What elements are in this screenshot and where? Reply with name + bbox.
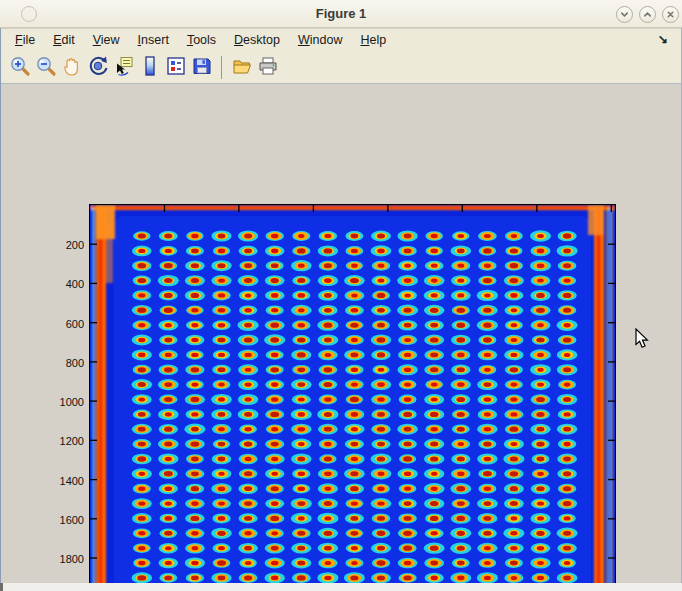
minimize-button[interactable]	[616, 6, 633, 23]
data-cursor-icon	[113, 55, 135, 80]
window-shadow	[0, 583, 3, 591]
y-tick-label: 1200	[44, 435, 84, 448]
zoom-in-icon	[9, 55, 31, 80]
maximize-button[interactable]	[639, 6, 656, 23]
desktop-strip	[0, 583, 682, 591]
zoom-out-button[interactable]	[33, 54, 58, 81]
close-icon	[665, 9, 676, 20]
figure-canvas: Retry Continue / Finish 2004006008001000…	[1, 85, 681, 583]
plot-area[interactable]	[89, 204, 616, 591]
figure-window: Figure 1 FileEditViewInsertToolsDesktopW…	[0, 0, 682, 591]
toolbar-separator	[221, 56, 222, 79]
zoom-in-button[interactable]	[7, 54, 32, 81]
menu-item-insert[interactable]: Insert	[129, 30, 178, 51]
print-button[interactable]	[255, 54, 280, 81]
y-tick-label: 1800	[44, 553, 84, 566]
menu-item-edit[interactable]: Edit	[44, 30, 84, 51]
menu-item-file[interactable]: File	[6, 30, 44, 51]
open-button[interactable]	[229, 54, 254, 81]
menu-item-window[interactable]: Window	[289, 30, 351, 51]
close-button[interactable]	[662, 6, 679, 23]
dock-figure-icon[interactable]: ↘	[658, 32, 668, 46]
open-icon	[231, 55, 253, 80]
colorbar-button[interactable]	[137, 54, 162, 81]
zoom-out-icon	[35, 55, 57, 80]
menu-bar: FileEditViewInsertToolsDesktopWindowHelp	[1, 29, 681, 51]
chevron-up-icon	[642, 9, 653, 20]
insert-legend-button[interactable]	[163, 54, 188, 81]
pan-icon	[61, 55, 83, 80]
y-tick-label: 1600	[44, 514, 84, 527]
y-tick-label: 600	[44, 318, 84, 331]
y-tick-label: 200	[44, 239, 84, 252]
window-title: Figure 1	[0, 0, 682, 28]
print-icon	[257, 55, 279, 80]
save-button[interactable]	[189, 54, 214, 81]
menu-item-view[interactable]: View	[84, 30, 129, 51]
colorbar-icon	[139, 55, 161, 80]
microplate-heatmap-image	[90, 205, 615, 591]
menu-item-desktop[interactable]: Desktop	[225, 30, 289, 51]
menu-item-tools[interactable]: Tools	[178, 30, 225, 51]
pan-button[interactable]	[59, 54, 84, 81]
y-tick-label: 1400	[44, 475, 84, 488]
insert-legend-icon	[165, 55, 187, 80]
menu-item-help[interactable]: Help	[351, 30, 395, 51]
y-tick-label: 800	[44, 357, 84, 370]
y-tick-label: 1000	[44, 396, 84, 409]
window-controls	[616, 6, 679, 23]
rotate-3d-icon	[87, 55, 109, 80]
title-bar[interactable]: Figure 1	[0, 0, 682, 28]
save-icon	[191, 55, 213, 80]
data-cursor-button[interactable]	[111, 54, 136, 81]
rotate-3d-button[interactable]	[85, 54, 110, 81]
mouse-cursor	[635, 328, 651, 350]
toolbar	[1, 51, 681, 84]
y-tick-label: 400	[44, 278, 84, 291]
chevron-down-icon	[619, 9, 630, 20]
